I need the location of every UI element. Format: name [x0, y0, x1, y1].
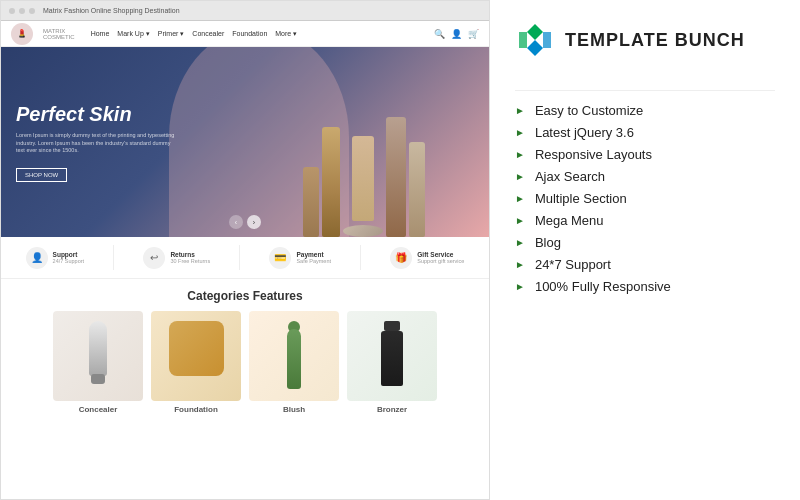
categories-section: Categories Features Concealer: [1, 279, 489, 499]
concealer-image: [53, 311, 143, 401]
category-foundation[interactable]: Foundation: [151, 311, 241, 414]
support-icon: 👤: [26, 247, 48, 269]
gift-icon: 🎁: [390, 247, 412, 269]
hero-text: Perfect Skin Lorem Ipsum is simply dummy…: [16, 102, 176, 182]
arrow-icon-2: ►: [515, 127, 525, 138]
product-bottle-1: [303, 167, 319, 237]
foundation-label: Foundation: [174, 405, 218, 414]
nav-links: Home Mark Up ▾ Primer ▾ Concealer Founda…: [91, 30, 426, 38]
browser-dot-2: [19, 8, 25, 14]
divider-1: [113, 245, 114, 270]
product-group: [343, 136, 383, 237]
divider-3: [360, 245, 361, 270]
website-preview: Matrix Fashion Online Shopping Destinati…: [0, 0, 490, 500]
nav-concealer[interactable]: Concealer: [192, 30, 224, 38]
hero-section: Perfect Skin Lorem Ipsum is simply dummy…: [1, 47, 489, 237]
feature-label-6: Mega Menu: [535, 213, 604, 228]
feature-returns: ↩ Returns 30 Free Returns: [143, 247, 210, 269]
blush-image: [249, 311, 339, 401]
arrow-icon-8: ►: [515, 259, 525, 270]
feature-label-7: Blog: [535, 235, 561, 250]
feature-mega-menu: ► Mega Menu: [515, 213, 775, 228]
nav-foundation[interactable]: Foundation: [232, 30, 267, 38]
nav-home[interactable]: Home: [91, 30, 110, 38]
nav-more[interactable]: More ▾: [275, 30, 297, 38]
user-icon[interactable]: 👤: [451, 29, 462, 39]
blush-dropper: [287, 329, 301, 389]
feature-returns-label: Returns: [170, 251, 210, 258]
bronzer-product: [365, 321, 420, 391]
bronzer-label: Bronzer: [377, 405, 407, 414]
arrow-icon-3: ►: [515, 149, 525, 160]
hero-desc: Lorem Ipsum is simply dummy text of the …: [16, 132, 176, 155]
product-bottle-5: [409, 142, 425, 237]
concealer-tube: [89, 321, 107, 376]
feature-label-2: Latest jQuery 3.6: [535, 125, 634, 140]
feature-returns-text: Returns 30 Free Returns: [170, 251, 210, 264]
feature-payment-label: Payment: [296, 251, 331, 258]
feature-payment-text: Payment Safe Payment: [296, 251, 331, 264]
nav-icons: 🔍 👤 🛒: [434, 29, 479, 39]
blush-product: [267, 321, 322, 391]
nav-logo: MATRIX COSMETIC: [43, 28, 75, 40]
nav-bar: 💄 MATRIX COSMETIC Home Mark Up ▾ Primer …: [1, 21, 489, 47]
product-bottle-3: [352, 136, 374, 221]
browser-dot-3: [29, 8, 35, 14]
logo-icon: 💄: [11, 23, 33, 45]
concealer-cap: [91, 374, 105, 384]
arrow-icon-9: ►: [515, 281, 525, 292]
feature-easy-customize: ► Easy to Customize: [515, 103, 775, 118]
browser-dot-1: [9, 8, 15, 14]
blush-label: Blush: [283, 405, 305, 414]
feature-support-text: Support 24/7 Support: [53, 251, 85, 264]
feature-247-support: ► 24*7 Support: [515, 257, 775, 272]
feature-support-label: Support: [53, 251, 85, 258]
returns-icon: ↩: [143, 247, 165, 269]
feature-label-1: Easy to Customize: [535, 103, 643, 118]
hero-title: Perfect Skin: [16, 102, 176, 126]
feature-label-5: Multiple Section: [535, 191, 627, 206]
categories-grid: Concealer Foundation: [11, 311, 479, 414]
hero-arrows: ‹ ›: [229, 215, 261, 229]
arrow-icon-7: ►: [515, 237, 525, 248]
product-compact: [343, 225, 383, 237]
feature-support: 👤 Support 24/7 Support: [26, 247, 85, 269]
feature-label-4: Ajax Search: [535, 169, 605, 184]
category-bronzer[interactable]: Bronzer: [347, 311, 437, 414]
right-panel: TEMPLATE BUNCH ► Easy to Customize ► Lat…: [490, 0, 800, 500]
foundation-image: [151, 311, 241, 401]
divider-2: [239, 245, 240, 270]
arrow-icon-4: ►: [515, 171, 525, 182]
arrow-icon-5: ►: [515, 193, 525, 204]
hero-products: [249, 52, 479, 237]
search-icon[interactable]: 🔍: [434, 29, 445, 39]
category-blush[interactable]: Blush: [249, 311, 339, 414]
feature-label-8: 24*7 Support: [535, 257, 611, 272]
browser-url: Matrix Fashion Online Shopping Destinati…: [43, 7, 180, 14]
feature-support-sublabel: 24/7 Support: [53, 258, 85, 264]
nav-primer[interactable]: Primer ▾: [158, 30, 185, 38]
feature-gift-text: Gift Service Support gift service: [417, 251, 464, 264]
feature-payment: 💳 Payment Safe Payment: [269, 247, 331, 269]
prev-arrow-button[interactable]: ‹: [229, 215, 243, 229]
nav-markup[interactable]: Mark Up ▾: [117, 30, 149, 38]
feature-gift: 🎁 Gift Service Support gift service: [390, 247, 464, 269]
concealer-label: Concealer: [79, 405, 118, 414]
feature-responsive: ► Responsive Layouts: [515, 147, 775, 162]
feature-label-3: Responsive Layouts: [535, 147, 652, 162]
templatebunch-logo-icon: [515, 20, 555, 60]
cart-icon[interactable]: 🛒: [468, 29, 479, 39]
product-bottles: [303, 117, 425, 237]
foundation-product: [164, 321, 229, 391]
next-arrow-button[interactable]: ›: [247, 215, 261, 229]
hero-cta-button[interactable]: SHOP NOW: [16, 168, 67, 182]
logo-divider: [515, 90, 775, 91]
bronzer-image: [347, 311, 437, 401]
product-bottle-4: [386, 117, 406, 237]
category-concealer[interactable]: Concealer: [53, 311, 143, 414]
arrow-icon-6: ►: [515, 215, 525, 226]
feature-jquery: ► Latest jQuery 3.6: [515, 125, 775, 140]
feature-ajax-search: ► Ajax Search: [515, 169, 775, 184]
feature-gift-label: Gift Service: [417, 251, 464, 258]
bronzer-cap: [384, 321, 400, 331]
